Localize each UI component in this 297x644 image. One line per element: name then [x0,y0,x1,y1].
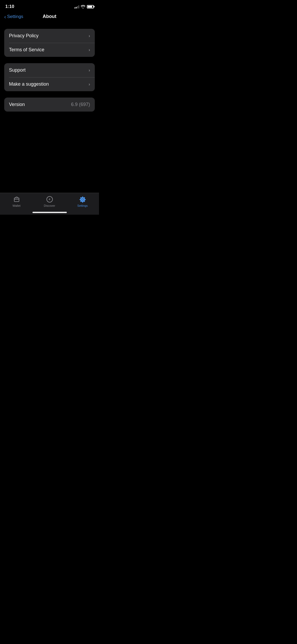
wifi-icon [81,5,85,8]
chevron-right-icon: › [89,68,90,73]
home-indicator [32,212,67,213]
battery-icon [87,5,94,8]
content-area: Privacy Policy › Terms of Service › Supp… [0,22,99,112]
tab-wallet-label: Wallet [12,204,20,207]
settings-icon [79,196,86,203]
tab-settings[interactable]: Settings [66,196,99,207]
suggestion-label: Make a suggestion [9,81,49,87]
support-group: Support › Make a suggestion › [4,63,95,91]
support-label: Support [9,67,26,73]
legal-group: Privacy Policy › Terms of Service › [4,29,95,57]
privacy-policy-item[interactable]: Privacy Policy › [4,29,95,43]
support-item[interactable]: Support › [4,63,95,77]
status-bar: 1:10 [0,0,99,12]
tab-discover[interactable]: Discover [33,196,66,207]
signal-icon [74,5,79,8]
back-button[interactable]: ‹ Settings [4,14,23,19]
privacy-policy-label: Privacy Policy [9,33,39,39]
wallet-icon [13,196,20,203]
tab-bar: Wallet Discover Settings [0,193,99,215]
status-icons [74,5,94,8]
page-title: About [43,14,56,19]
chevron-right-icon: › [89,82,90,87]
nav-header: ‹ Settings About [0,12,99,22]
status-time: 1:10 [5,4,14,9]
tab-discover-label: Discover [44,204,55,207]
back-chevron-icon: ‹ [4,14,6,19]
chevron-right-icon: › [89,34,90,38]
suggestion-item[interactable]: Make a suggestion › [4,77,95,91]
tab-settings-label: Settings [77,204,88,207]
version-label: Version [9,102,25,107]
version-item: Version 6.9 (697) [4,98,95,112]
svg-point-3 [82,199,83,200]
version-group: Version 6.9 (697) [4,98,95,112]
discover-icon [46,196,53,203]
chevron-right-icon: › [89,48,90,52]
tab-wallet[interactable]: Wallet [0,196,33,207]
terms-of-service-item[interactable]: Terms of Service › [4,43,95,57]
version-value: 6.9 (697) [71,102,90,107]
terms-of-service-label: Terms of Service [9,47,44,53]
back-label: Settings [7,14,23,19]
